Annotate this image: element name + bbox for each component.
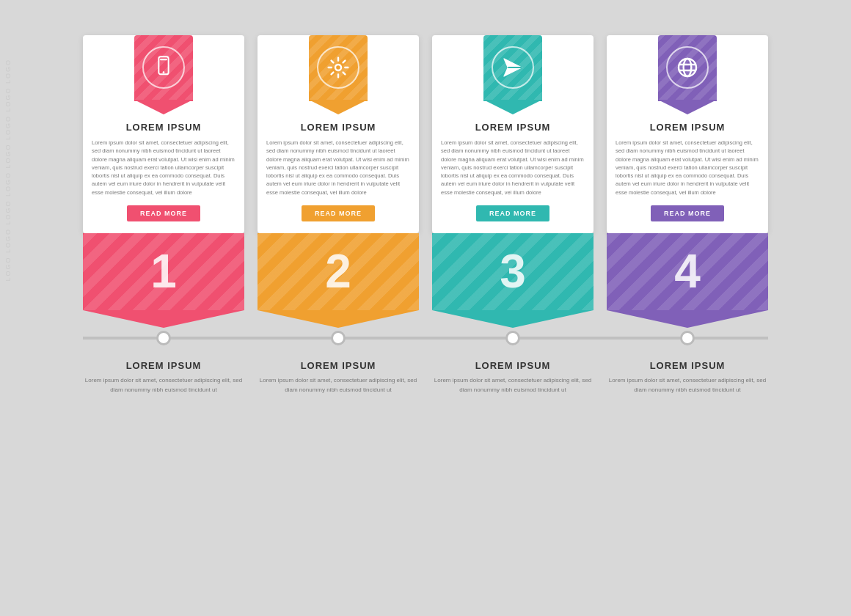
page-title [0, 0, 851, 35]
svg-rect-8 [309, 100, 368, 101]
svg-point-16 [684, 59, 692, 76]
watermark-left: LOGO LOGO LOGO LOGO LOGO LOGO LOGO LOGO [4, 59, 12, 282]
svg-rect-4 [134, 100, 193, 101]
step-number-4: 4 [674, 248, 701, 295]
phone-icon [142, 46, 185, 89]
svg-marker-3 [134, 100, 193, 114]
svg-marker-14 [432, 310, 593, 328]
read-more-button-3[interactable]: READ MORE [476, 205, 549, 221]
bottom-title-2: LOREM IPSUM [258, 360, 419, 371]
bottom-text-2: Lorem ipsum dolor sit amet, consectetuer… [258, 375, 419, 395]
svg-point-15 [679, 59, 696, 76]
step-number-1: 1 [150, 248, 177, 295]
bottom-text-4: Lorem ipsum dolor sit amet, consectetuer… [607, 375, 768, 395]
card-body-1: Lorem ipsum dolor sit amet, consectetuer… [83, 139, 244, 197]
step-column-3: LOREM IPSUMLorem ipsum dolor sit amet, c… [432, 35, 593, 328]
bottom-title-4: LOREM IPSUM [607, 360, 768, 371]
top-card-3: LOREM IPSUMLorem ipsum dolor sit amet, c… [432, 35, 593, 233]
gear-icon [317, 46, 359, 89]
card-title-1: LOREM IPSUM [119, 122, 209, 133]
svg-marker-7 [309, 100, 368, 114]
timeline-dot-4 [607, 328, 768, 348]
bottom-text-1: Lorem ipsum dolor sit amet, consectetuer… [83, 375, 244, 395]
bottom-text-section: LOREM IPSUMLorem ipsum dolor sit amet, c… [0, 348, 851, 395]
timeline-dot-2 [258, 328, 419, 348]
card-body-4: Lorem ipsum dolor sit amet, consectetuer… [607, 139, 768, 197]
svg-marker-12 [483, 100, 542, 114]
globe-icon [666, 46, 709, 89]
bottom-col-3: LOREM IPSUMLorem ipsum dolor sit amet, c… [432, 360, 593, 395]
step-column-4: LOREM IPSUMLorem ipsum dolor sit amet, c… [607, 35, 768, 328]
svg-rect-13 [483, 100, 542, 101]
bottom-col-1: LOREM IPSUMLorem ipsum dolor sit amet, c… [83, 360, 244, 395]
read-more-button-4[interactable]: READ MORE [651, 205, 724, 221]
svg-point-1 [163, 71, 165, 73]
timeline-dot-3 [432, 328, 593, 348]
svg-marker-21 [607, 310, 768, 328]
step-number-2: 2 [325, 248, 351, 295]
step-column-2: LOREM IPSUMLorem ipsum dolor sit amet, c… [258, 35, 419, 328]
svg-marker-5 [83, 310, 244, 328]
timeline-dot-1 [83, 328, 244, 348]
top-card-1: LOREM IPSUMLorem ipsum dolor sit amet, c… [83, 35, 244, 233]
bottom-title-3: LOREM IPSUM [432, 360, 593, 371]
svg-rect-20 [658, 100, 717, 101]
bottom-col-4: LOREM IPSUMLorem ipsum dolor sit amet, c… [607, 360, 768, 395]
bottom-text-3: Lorem ipsum dolor sit amet, consectetuer… [432, 375, 593, 395]
top-card-4: LOREM IPSUMLorem ipsum dolor sit amet, c… [607, 35, 768, 233]
card-title-3: LOREM IPSUM [468, 122, 558, 133]
send-icon [492, 46, 534, 89]
card-title-2: LOREM IPSUM [293, 122, 384, 133]
steps-row: LOREM IPSUMLorem ipsum dolor sit amet, c… [0, 35, 851, 328]
step-column-1: LOREM IPSUMLorem ipsum dolor sit amet, c… [83, 35, 244, 328]
svg-point-6 [335, 65, 341, 70]
bottom-title-1: LOREM IPSUM [83, 360, 244, 371]
read-more-button-1[interactable]: READ MORE [127, 205, 200, 221]
top-card-2: LOREM IPSUMLorem ipsum dolor sit amet, c… [258, 35, 419, 233]
bottom-col-2: LOREM IPSUMLorem ipsum dolor sit amet, c… [258, 360, 419, 395]
read-more-button-2[interactable]: READ MORE [302, 205, 375, 221]
card-title-4: LOREM IPSUM [643, 122, 733, 133]
card-body-2: Lorem ipsum dolor sit amet, consectetuer… [258, 139, 419, 197]
card-body-3: Lorem ipsum dolor sit amet, consectetuer… [432, 139, 593, 197]
svg-marker-9 [258, 310, 419, 328]
svg-marker-19 [658, 100, 717, 114]
step-number-3: 3 [500, 248, 526, 295]
